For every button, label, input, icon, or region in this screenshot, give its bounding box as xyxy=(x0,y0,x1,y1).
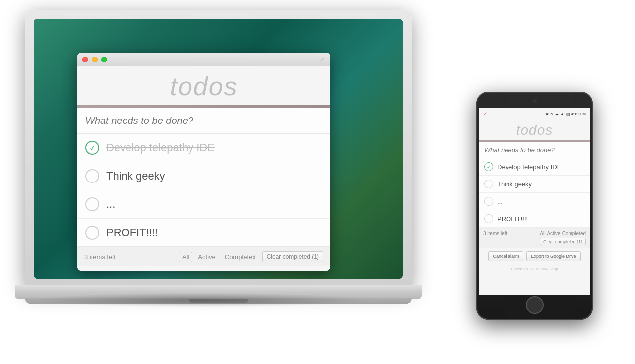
minimize-window-btn[interactable] xyxy=(92,57,98,62)
window-titlebar: ⤢ xyxy=(77,53,330,66)
desktop-todo-list: Develop telepathy IDE Think geeky ... xyxy=(77,134,330,247)
phone-action-buttons: Cancel alarm Export to Google Drive xyxy=(479,248,590,265)
todo-checkbox-2[interactable] xyxy=(85,169,99,183)
wifi-icon: ▲ xyxy=(560,112,564,116)
bluetooth-icon: ★ xyxy=(545,112,549,116)
todo-label-3: ... xyxy=(106,198,115,211)
phone-clear-btn[interactable]: Clear completed (1) xyxy=(540,238,586,245)
phone-attribution-text: Based on TODO MVC app xyxy=(511,267,558,271)
laptop-shadow xyxy=(30,293,367,307)
items-left-count: 3 items left xyxy=(84,253,176,261)
phone-todo-label-2: Think geeky xyxy=(497,181,532,188)
phone-camera xyxy=(533,99,537,103)
phone-footer-row: 3 items left All Active Completed xyxy=(483,231,586,236)
table-row: Develop telepathy IDE xyxy=(77,134,330,162)
todo-label-2: Think geeky xyxy=(106,170,165,182)
phone-screen: ✓ ★ N ☁ ▲ |||| 4:19 PM todos xyxy=(479,108,590,295)
phone-home-button[interactable] xyxy=(526,296,544,314)
phone-checkbox-1[interactable] xyxy=(484,162,493,171)
phone-todo-label-3: ... xyxy=(497,198,503,205)
todo-checkbox-1[interactable] xyxy=(85,141,99,155)
phone-body: ✓ ★ N ☁ ▲ |||| 4:19 PM todos xyxy=(476,92,593,320)
desktop-todo-footer: 3 items left All Active Completed Clear … xyxy=(77,247,330,266)
phone-filter-completed[interactable]: Completed xyxy=(562,231,586,236)
filter-completed-btn[interactable]: Completed xyxy=(221,252,259,262)
time-display: 4:19 PM xyxy=(571,112,586,116)
phone-filter-active[interactable]: Active xyxy=(547,231,560,236)
list-item: ... xyxy=(479,193,590,210)
list-item: Develop telepathy IDE xyxy=(479,158,590,176)
laptop-screen-bezel: ⤢ todos Develop telepathy IDE xyxy=(34,19,403,279)
table-row: PROFIT!!!! xyxy=(77,219,330,246)
filter-all-btn[interactable]: All xyxy=(179,252,192,262)
desktop-app-title: todos xyxy=(77,66,330,105)
new-todo-input[interactable] xyxy=(77,108,330,134)
phone: ✓ ★ N ☁ ▲ |||| 4:19 PM todos xyxy=(476,92,593,320)
phone-todo-list: Develop telepathy IDE Think geeky ... PR… xyxy=(479,158,590,228)
phone-red-check: ✓ xyxy=(483,111,487,117)
desktop-action-buttons: Activate alarm Export to Google Drive xyxy=(77,266,330,271)
sync-icon: ☁ xyxy=(555,112,559,116)
phone-cancel-alarm-btn[interactable]: Cancel alarm xyxy=(488,251,523,261)
nfc-icon: N xyxy=(550,112,553,116)
phone-attribution: Based on TODO MVC app xyxy=(479,265,590,273)
list-item: Think geeky xyxy=(479,176,590,193)
clear-completed-btn[interactable]: Clear completed (1) xyxy=(262,251,323,262)
phone-checkbox-3[interactable] xyxy=(484,197,493,206)
fullscreen-icon[interactable]: ⤢ xyxy=(318,56,325,63)
desktop-todo-window: ⤢ todos Develop telepathy IDE xyxy=(77,53,330,271)
phone-checkbox-2[interactable] xyxy=(484,180,493,188)
phone-todo-footer: 3 items left All Active Completed Clear … xyxy=(479,228,590,248)
laptop-body: ⤢ todos Develop telepathy IDE xyxy=(25,10,412,288)
phone-filter-buttons: All Active Completed xyxy=(540,231,586,236)
todo-checkbox-4[interactable] xyxy=(85,226,99,240)
list-item: PROFIT!!!! xyxy=(479,210,590,228)
phone-filter-all[interactable]: All xyxy=(540,231,545,236)
todo-label-4: PROFIT!!!! xyxy=(106,226,158,239)
phone-new-todo-input[interactable] xyxy=(479,142,590,158)
todo-checkbox-3[interactable] xyxy=(85,197,99,211)
phone-status-icons: ★ N ☁ ▲ |||| 4:19 PM xyxy=(545,112,586,116)
phone-checkbox-4[interactable] xyxy=(484,214,493,223)
phone-status-bar: ✓ ★ N ☁ ▲ |||| 4:19 PM xyxy=(479,108,590,120)
phone-export-btn[interactable]: Export to Google Drive xyxy=(526,251,580,261)
mobile-app-title: todos xyxy=(479,120,590,140)
maximize-window-btn[interactable] xyxy=(101,57,107,62)
signal-icon: |||| xyxy=(566,112,570,116)
laptop: ⤢ todos Develop telepathy IDE xyxy=(25,10,412,332)
table-row: ... xyxy=(77,190,330,219)
todo-label-1: Develop telepathy IDE xyxy=(106,141,215,154)
phone-todo-label-4: PROFIT!!!! xyxy=(497,215,528,223)
phone-items-left: 3 items left xyxy=(483,231,507,236)
table-row: Think geeky xyxy=(77,162,330,190)
close-window-btn[interactable] xyxy=(82,57,88,62)
filter-buttons: All Active Completed xyxy=(179,252,259,262)
phone-todo-label-1: Develop telepathy IDE xyxy=(497,163,561,171)
filter-active-btn[interactable]: Active xyxy=(194,252,219,262)
scene: ⤢ todos Develop telepathy IDE xyxy=(0,0,635,364)
